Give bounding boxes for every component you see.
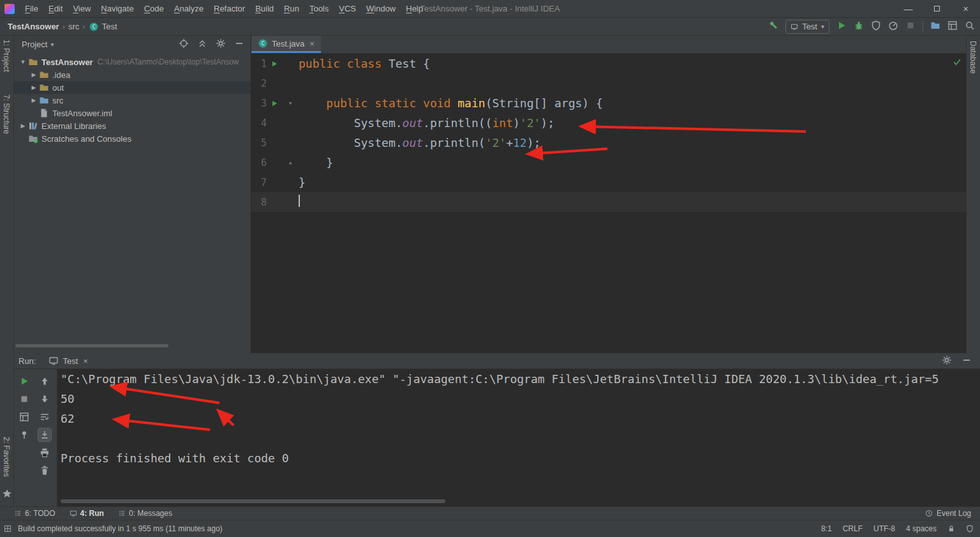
menu-build[interactable]: Build <box>250 0 279 17</box>
tree-item-scratches-and-consoles[interactable]: Scratches and Consoles <box>14 132 251 145</box>
select-opened-file-button[interactable] <box>179 38 189 50</box>
search-everywhere-button[interactable] <box>965 20 975 33</box>
soft-wrap-button[interactable] <box>38 411 51 423</box>
menu-edit[interactable]: Edit <box>43 0 68 17</box>
encoding-widget[interactable]: UTF-8 <box>873 524 895 533</box>
sidebar-item-database[interactable]: Database <box>969 41 977 73</box>
code-editor[interactable]: 1public class Test {23▾ public static vo… <box>251 54 966 353</box>
tree-expand-icon[interactable]: ▶ <box>29 72 39 78</box>
profiler-button[interactable] <box>888 20 898 33</box>
close-tab-icon[interactable]: × <box>309 39 315 49</box>
run-tab-test[interactable]: Test × <box>42 353 94 368</box>
sidebar-item-structure[interactable]: 7: Structure <box>2 95 11 134</box>
tree-item-idea[interactable]: ▶.idea <box>14 68 251 81</box>
status-bar: Build completed successfully in 1 s 955 … <box>0 520 980 537</box>
restore-layout-button[interactable] <box>947 20 958 33</box>
toolwindow-button-4-run[interactable]: 4: Run <box>70 509 104 518</box>
run-with-coverage-button[interactable] <box>871 20 881 33</box>
debug-button[interactable] <box>854 20 864 33</box>
sidebar-item-project[interactable]: 1: Project <box>2 40 11 72</box>
menu-refactor[interactable]: Refactor <box>209 0 250 17</box>
tree-collapse-icon[interactable]: ▼ <box>18 59 28 65</box>
console-output[interactable]: "C:\Program Files\Java\jdk-13.0.2\bin\ja… <box>61 369 980 506</box>
menu-view[interactable]: View <box>68 0 96 17</box>
menu-file[interactable]: File <box>20 0 43 17</box>
hide-button[interactable] <box>234 38 244 50</box>
restore-layout-button[interactable] <box>18 411 31 423</box>
next-occurrence-button[interactable] <box>38 393 51 405</box>
stop-button[interactable] <box>18 393 31 405</box>
meter-icon <box>888 20 898 31</box>
menu-navigate[interactable]: Navigate <box>96 0 138 17</box>
console-horizontal-scrollbar[interactable] <box>61 499 445 503</box>
rerun-button[interactable] <box>18 375 31 388</box>
run-gutter-play-icon[interactable] <box>271 60 278 68</box>
tree-expand-icon[interactable]: ▶ <box>18 123 28 129</box>
event-log-button[interactable]: Event Log <box>925 509 980 518</box>
sidebar-item-favorites[interactable]: 2: Favorites <box>2 437 11 477</box>
breadcrumb-item-test[interactable]: Test <box>102 22 117 31</box>
menu-analyze[interactable]: Analyze <box>169 0 209 17</box>
menu-tools[interactable]: Tools <box>304 0 334 17</box>
inspections-ok-icon[interactable] <box>953 56 961 64</box>
scroll-to-end-button[interactable] <box>38 428 51 441</box>
scroll-end-icon <box>40 430 50 440</box>
settings-button[interactable] <box>216 38 226 50</box>
caret-position-widget[interactable]: 8:1 <box>821 524 832 533</box>
build-button[interactable] <box>768 20 778 33</box>
fold-marker-icon[interactable]: ▾ <box>282 99 299 107</box>
toolwindow-button-6-todo[interactable]: 6: TODO <box>14 509 56 518</box>
collapse-all-button[interactable] <box>197 38 207 50</box>
fold-marker-icon[interactable]: ▴ <box>282 158 299 167</box>
tree-expand-icon[interactable]: ▶ <box>29 84 39 91</box>
maximize-button[interactable] <box>923 0 951 17</box>
text-caret <box>299 195 300 207</box>
clear-all-button[interactable] <box>38 464 51 477</box>
monitor-icon <box>70 510 77 517</box>
run-line-icon[interactable] <box>267 60 282 68</box>
run-line-icon[interactable] <box>267 100 282 107</box>
project-horizontal-scrollbar[interactable] <box>15 344 168 347</box>
run-button[interactable] <box>836 20 847 33</box>
menu-code[interactable]: Code <box>139 0 169 17</box>
minimize-button[interactable]: — <box>894 0 923 17</box>
tree-item-testansower[interactable]: ▼TestAnsowerC:\Users\ATanmo\Desktop\top\… <box>14 56 251 68</box>
minimize-button[interactable] <box>961 355 972 367</box>
menu-run[interactable]: Run <box>279 0 304 17</box>
tab-test-java[interactable]: C Test.java × <box>251 36 321 53</box>
line-separator-widget[interactable]: CRLF <box>843 524 863 533</box>
tree-expand-icon[interactable]: ▶ <box>29 97 39 103</box>
play-icon <box>836 20 847 31</box>
menu-vcs[interactable]: VCS <box>334 0 361 17</box>
indicator-icon[interactable] <box>966 525 974 533</box>
tree-item-label: .idea <box>52 70 70 80</box>
code-line-2: 2 <box>251 73 966 93</box>
tree-item-testansower-iml[interactable]: TestAnsower.iml <box>14 107 251 119</box>
breadcrumb-item-src[interactable]: src <box>68 22 79 31</box>
line-number: 4 <box>251 117 267 129</box>
code-token: out <box>403 116 424 130</box>
print-button[interactable] <box>38 446 51 459</box>
close-run-tab-icon[interactable]: × <box>83 356 88 366</box>
menu-window[interactable]: Window <box>361 0 401 17</box>
pin-button[interactable] <box>18 428 31 441</box>
tree-item-external-libraries[interactable]: ▶External Libraries <box>14 119 251 132</box>
run-gutter-play-icon[interactable] <box>271 100 278 107</box>
lock-icon[interactable] <box>947 525 955 533</box>
tree-item-src[interactable]: ▶src <box>14 94 251 107</box>
project-structure-button[interactable] <box>930 20 940 33</box>
settings-button[interactable] <box>942 355 952 367</box>
prev-occurrence-button[interactable] <box>38 375 51 388</box>
close-button[interactable]: × <box>951 0 980 17</box>
toolwindow-button-0-messages[interactable]: 0: Messages <box>118 509 172 518</box>
folder-icon <box>39 82 49 93</box>
breadcrumb-item-testansower[interactable]: TestAnsower <box>8 22 59 31</box>
tool-window-switcher-icon[interactable] <box>0 525 15 533</box>
project-panel-title[interactable]: Project <box>22 40 47 49</box>
code-token: Test { <box>389 57 430 70</box>
favorites-star-icon[interactable] <box>2 488 12 499</box>
tree-item-out[interactable]: ▶out <box>14 81 251 94</box>
code-token: + <box>506 136 513 149</box>
run-config-selector[interactable]: Test▾ <box>785 20 829 34</box>
indent-widget[interactable]: 4 spaces <box>906 524 937 533</box>
